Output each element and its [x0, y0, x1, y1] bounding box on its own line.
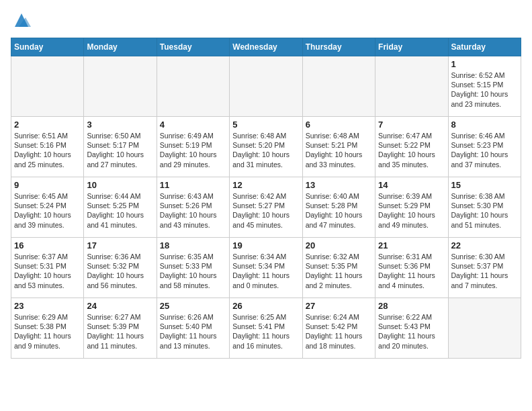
calendar-cell: 13Sunrise: 6:40 AM Sunset: 5:28 PM Dayli…: [302, 177, 375, 238]
calendar-cell: 11Sunrise: 6:43 AM Sunset: 5:26 PM Dayli…: [157, 177, 229, 238]
day-number: 26: [232, 301, 299, 311]
page-header: [11, 11, 521, 30]
day-info: Sunrise: 6:52 AM Sunset: 5:15 PM Dayligh…: [451, 71, 518, 109]
calendar-week-row: 23Sunrise: 6:29 AM Sunset: 5:38 PM Dayli…: [11, 298, 521, 359]
day-number: 15: [451, 180, 518, 190]
calendar-cell: [448, 298, 521, 359]
day-number: 7: [378, 120, 445, 130]
day-info: Sunrise: 6:48 AM Sunset: 5:21 PM Dayligh…: [306, 131, 372, 169]
calendar-cell: 19Sunrise: 6:34 AM Sunset: 5:34 PM Dayli…: [230, 238, 302, 298]
col-header-tuesday: Tuesday: [157, 38, 229, 56]
calendar-cell: 12Sunrise: 6:42 AM Sunset: 5:27 PM Dayli…: [230, 177, 302, 238]
day-info: Sunrise: 6:36 AM Sunset: 5:32 PM Dayligh…: [87, 252, 153, 290]
calendar-cell: [375, 56, 448, 117]
calendar-cell: 7Sunrise: 6:47 AM Sunset: 5:22 PM Daylig…: [375, 117, 448, 177]
calendar-cell: 20Sunrise: 6:32 AM Sunset: 5:35 PM Dayli…: [302, 238, 375, 298]
day-info: Sunrise: 6:40 AM Sunset: 5:28 PM Dayligh…: [306, 191, 372, 230]
day-info: Sunrise: 6:46 AM Sunset: 5:23 PM Dayligh…: [451, 131, 518, 169]
calendar-cell: 3Sunrise: 6:50 AM Sunset: 5:17 PM Daylig…: [84, 117, 157, 177]
calendar-week-row: 1Sunrise: 6:52 AM Sunset: 5:15 PM Daylig…: [11, 56, 521, 117]
col-header-wednesday: Wednesday: [230, 38, 302, 56]
calendar-table: SundayMondayTuesdayWednesdayThursdayFrid…: [11, 38, 521, 359]
day-number: 28: [378, 301, 445, 311]
day-number: 2: [14, 120, 81, 130]
calendar-cell: [230, 56, 302, 117]
day-info: Sunrise: 6:49 AM Sunset: 5:19 PM Dayligh…: [160, 131, 226, 169]
day-info: Sunrise: 6:39 AM Sunset: 5:29 PM Dayligh…: [378, 191, 445, 230]
calendar-cell: [11, 56, 84, 117]
day-info: Sunrise: 6:42 AM Sunset: 5:27 PM Dayligh…: [232, 191, 299, 230]
calendar-cell: 28Sunrise: 6:22 AM Sunset: 5:43 PM Dayli…: [375, 298, 448, 359]
calendar-cell: 14Sunrise: 6:39 AM Sunset: 5:29 PM Dayli…: [375, 177, 448, 238]
col-header-saturday: Saturday: [448, 38, 521, 56]
day-info: Sunrise: 6:44 AM Sunset: 5:25 PM Dayligh…: [87, 191, 153, 230]
day-info: Sunrise: 6:24 AM Sunset: 5:42 PM Dayligh…: [306, 312, 372, 351]
day-info: Sunrise: 6:48 AM Sunset: 5:20 PM Dayligh…: [232, 131, 299, 169]
calendar-cell: 27Sunrise: 6:24 AM Sunset: 5:42 PM Dayli…: [302, 298, 375, 359]
calendar-cell: 2Sunrise: 6:51 AM Sunset: 5:16 PM Daylig…: [11, 117, 84, 177]
day-info: Sunrise: 6:22 AM Sunset: 5:43 PM Dayligh…: [378, 312, 445, 351]
calendar-week-row: 2Sunrise: 6:51 AM Sunset: 5:16 PM Daylig…: [11, 117, 521, 177]
calendar-cell: 15Sunrise: 6:38 AM Sunset: 5:30 PM Dayli…: [448, 177, 521, 238]
day-number: 18: [160, 240, 226, 250]
day-number: 24: [87, 301, 153, 311]
day-info: Sunrise: 6:31 AM Sunset: 5:36 PM Dayligh…: [378, 252, 445, 290]
calendar-cell: 18Sunrise: 6:35 AM Sunset: 5:33 PM Dayli…: [157, 238, 229, 298]
day-number: 6: [306, 120, 372, 130]
day-info: Sunrise: 6:29 AM Sunset: 5:38 PM Dayligh…: [14, 312, 81, 351]
day-info: Sunrise: 6:27 AM Sunset: 5:39 PM Dayligh…: [87, 312, 153, 351]
calendar-week-row: 9Sunrise: 6:45 AM Sunset: 5:24 PM Daylig…: [11, 177, 521, 238]
calendar-cell: 17Sunrise: 6:36 AM Sunset: 5:32 PM Dayli…: [84, 238, 157, 298]
logo: [11, 11, 31, 30]
day-info: Sunrise: 6:50 AM Sunset: 5:17 PM Dayligh…: [87, 131, 153, 169]
day-info: Sunrise: 6:26 AM Sunset: 5:40 PM Dayligh…: [160, 312, 226, 351]
calendar-cell: [302, 56, 375, 117]
calendar-cell: 1Sunrise: 6:52 AM Sunset: 5:15 PM Daylig…: [448, 56, 521, 117]
day-number: 21: [378, 240, 445, 250]
calendar-cell: 8Sunrise: 6:46 AM Sunset: 5:23 PM Daylig…: [448, 117, 521, 177]
day-number: 19: [232, 240, 299, 250]
day-info: Sunrise: 6:43 AM Sunset: 5:26 PM Dayligh…: [160, 191, 226, 230]
calendar-cell: 4Sunrise: 6:49 AM Sunset: 5:19 PM Daylig…: [157, 117, 229, 177]
day-number: 27: [306, 301, 372, 311]
day-number: 8: [451, 120, 518, 130]
calendar-cell: 9Sunrise: 6:45 AM Sunset: 5:24 PM Daylig…: [11, 177, 84, 238]
day-number: 10: [87, 180, 153, 190]
calendar-cell: 22Sunrise: 6:30 AM Sunset: 5:37 PM Dayli…: [448, 238, 521, 298]
calendar-week-row: 16Sunrise: 6:37 AM Sunset: 5:31 PM Dayli…: [11, 238, 521, 298]
calendar-cell: 5Sunrise: 6:48 AM Sunset: 5:20 PM Daylig…: [230, 117, 302, 177]
day-number: 5: [232, 120, 299, 130]
logo-icon: [12, 11, 31, 30]
day-number: 3: [87, 120, 153, 130]
day-number: 1: [451, 59, 518, 69]
day-info: Sunrise: 6:25 AM Sunset: 5:41 PM Dayligh…: [232, 312, 299, 351]
day-info: Sunrise: 6:35 AM Sunset: 5:33 PM Dayligh…: [160, 252, 226, 290]
day-number: 17: [87, 240, 153, 250]
day-number: 4: [160, 120, 226, 130]
day-number: 14: [378, 180, 445, 190]
day-info: Sunrise: 6:51 AM Sunset: 5:16 PM Dayligh…: [14, 131, 81, 169]
calendar-cell: 10Sunrise: 6:44 AM Sunset: 5:25 PM Dayli…: [84, 177, 157, 238]
day-number: 25: [160, 301, 226, 311]
day-info: Sunrise: 6:38 AM Sunset: 5:30 PM Dayligh…: [451, 191, 518, 230]
day-number: 12: [232, 180, 299, 190]
calendar-cell: [84, 56, 157, 117]
col-header-sunday: Sunday: [11, 38, 84, 56]
calendar-cell: 6Sunrise: 6:48 AM Sunset: 5:21 PM Daylig…: [302, 117, 375, 177]
day-info: Sunrise: 6:37 AM Sunset: 5:31 PM Dayligh…: [14, 252, 81, 290]
calendar-cell: 16Sunrise: 6:37 AM Sunset: 5:31 PM Dayli…: [11, 238, 84, 298]
day-number: 11: [160, 180, 226, 190]
day-info: Sunrise: 6:45 AM Sunset: 5:24 PM Dayligh…: [14, 191, 81, 230]
col-header-monday: Monday: [84, 38, 157, 56]
day-info: Sunrise: 6:32 AM Sunset: 5:35 PM Dayligh…: [306, 252, 372, 290]
calendar-cell: [157, 56, 229, 117]
day-number: 9: [14, 180, 81, 190]
day-number: 22: [451, 240, 518, 250]
col-header-friday: Friday: [375, 38, 448, 56]
col-header-thursday: Thursday: [302, 38, 375, 56]
day-info: Sunrise: 6:47 AM Sunset: 5:22 PM Dayligh…: [378, 131, 445, 169]
calendar-cell: 26Sunrise: 6:25 AM Sunset: 5:41 PM Dayli…: [230, 298, 302, 359]
day-number: 13: [306, 180, 372, 190]
day-number: 16: [14, 240, 81, 250]
day-info: Sunrise: 6:30 AM Sunset: 5:37 PM Dayligh…: [451, 252, 518, 290]
